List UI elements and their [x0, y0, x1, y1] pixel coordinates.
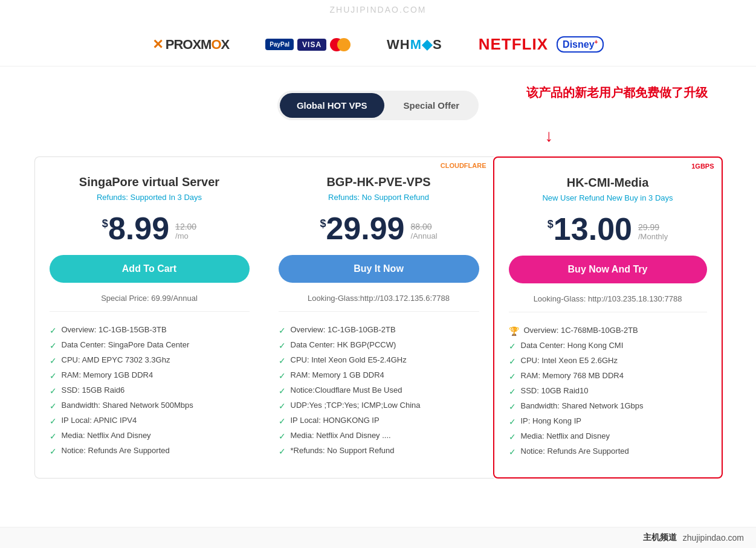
- check-icon: ✓: [279, 431, 286, 441]
- footer-logo: 主机频道: [643, 532, 677, 543]
- list-item: ✓IP Local: APNIC IPV4: [50, 413, 250, 428]
- card1-amount: 8.99: [108, 213, 169, 244]
- card3-dollar: $: [548, 218, 554, 231]
- list-item: ✓Data Center: HK BGP(PCCW): [279, 338, 479, 353]
- check-icon: ✓: [50, 341, 57, 350]
- card1-old-price: 12.00: [175, 222, 196, 231]
- card2-features: ✓Overview: 1C-1GB-10GB-2TB ✓Data Center:…: [279, 323, 479, 459]
- list-item: ✓RAM: Memory 1 GB DDR4: [279, 368, 479, 383]
- card3-features: 🏆Overview: 1C-768MB-10GB-2TB ✓Data Cente…: [509, 323, 707, 459]
- list-item: ✓Data Center: Hong Kong CMI: [509, 338, 707, 353]
- list-item: ✓*Refunds: No Support Refund: [279, 443, 479, 459]
- card2-cta[interactable]: Buy It Now: [279, 255, 479, 283]
- check-icon: ✓: [509, 417, 516, 427]
- list-item: ✓SSD: 10GB Raid10: [509, 384, 707, 399]
- card2-badge: CLOUDFLARE: [441, 162, 486, 169]
- card3-badge: 1GBPS: [691, 163, 714, 170]
- mastercard-logo: [330, 38, 351, 51]
- check-icon: ✓: [279, 356, 286, 366]
- list-item: ✓Data Center: SingaPore Data Center: [50, 338, 250, 353]
- card2-old-price: 88.00: [411, 222, 438, 231]
- card3-price: $ 13.00 29.99 /Monthly: [509, 213, 707, 245]
- card3-title: HK-CMI-Media: [509, 176, 707, 190]
- list-item: ✓CPU: AMD EPYC 7302 3.3Ghz: [50, 353, 250, 368]
- card3-amount: 13.00: [554, 213, 632, 245]
- card3-period: /Monthly: [638, 232, 668, 241]
- list-item: ✓Bandwidth: Shared Network 500Mbps: [50, 398, 250, 413]
- check-icon: ✓: [509, 402, 516, 411]
- check-icon: ✓: [279, 326, 286, 335]
- check-icon: ✓: [279, 446, 286, 456]
- payment-logos: PayPal VISA: [265, 38, 351, 51]
- check-icon: ✓: [279, 341, 286, 350]
- check-icon: ✓: [50, 401, 57, 411]
- check-icon: ✓: [50, 431, 57, 441]
- check-icon: ✓: [509, 447, 516, 457]
- tab-special-offer[interactable]: Special Offer: [387, 93, 477, 118]
- check-icon: ✓: [509, 387, 516, 396]
- card2-period: /Annual: [411, 231, 438, 240]
- list-item: ✓IP Local: HONGKONG IP: [279, 413, 479, 428]
- card2-special-note: Looking-Glass:http://103.172.135.6:7788: [279, 294, 479, 312]
- check-icon: ✓: [50, 386, 57, 396]
- check-icon: ✓: [509, 372, 516, 381]
- card1-features: ✓Overview: 1C-1GB-15GB-3TB ✓Data Center:…: [50, 323, 250, 459]
- card-hk-cmi: 1GBPS HK-CMI-Media New User Refund New B…: [493, 156, 723, 479]
- cards-container: SingaPore virtual Server Refunds: Suppor…: [16, 156, 741, 503]
- card1-cta[interactable]: Add To Cart: [50, 255, 250, 283]
- card2-subtitle: Refunds: No Support Refund: [279, 193, 479, 202]
- tab-group: Global HOT VPS Special Offer: [277, 91, 479, 120]
- page-top-watermark: ZHUJIPINDAO.COM: [0, 0, 756, 17]
- card-singapore: SingaPore virtual Server Refunds: Suppor…: [34, 156, 264, 479]
- list-item: ✓UDP:Yes ;TCP:Yes; ICMP;Low China: [279, 398, 479, 413]
- disney-logo: Disney+: [557, 36, 604, 53]
- card2-title: BGP-HK-PVE-VPS: [279, 175, 479, 189]
- check-icon: ✓: [279, 401, 286, 411]
- list-item: ✓Notice:Cloudflare Must Be Used: [279, 383, 479, 398]
- list-item: ✓Media: Netflix and Disney: [509, 429, 707, 444]
- card3-old-price: 29.99: [638, 222, 668, 232]
- whmcs-logo: WHM◆S: [387, 37, 442, 53]
- card1-period: /mo: [175, 231, 196, 240]
- list-item: ✓CPU: Intel Xeon Gold E5-2.4GHz: [279, 353, 479, 368]
- check-icon: ✓: [50, 356, 57, 366]
- check-icon: ✓: [50, 446, 57, 456]
- footer: 主机频道 zhujipindao.com: [0, 527, 756, 548]
- list-item: ✓Media: Netflix And Disney ....: [279, 428, 479, 443]
- check-icon: ✓: [279, 371, 286, 381]
- footer-url: zhujipindao.com: [683, 533, 744, 543]
- list-item: 🏆Overview: 1C-768MB-10GB-2TB: [509, 323, 707, 338]
- card1-subtitle: Refunds: Supported In 3 Days: [50, 193, 250, 202]
- trophy-icon: 🏆: [509, 326, 519, 336]
- card2-price: $ 29.99 88.00 /Annual: [279, 213, 479, 244]
- card1-dollar: $: [102, 218, 108, 230]
- tab-global-hot-vps[interactable]: Global HOT VPS: [280, 93, 384, 118]
- visa-logo: VISA: [297, 39, 326, 51]
- list-item: ✓Overview: 1C-1GB-15GB-3TB: [50, 323, 250, 338]
- card1-special-note: Special Price: 69.99/Annual: [50, 294, 250, 312]
- card3-special-note: Looking-Glass: http://103.235.18.130:778…: [509, 294, 707, 312]
- check-icon: ✓: [50, 371, 57, 381]
- check-icon: ✓: [50, 326, 57, 335]
- header: ✕ PROXMOX PayPal VISA WHM◆S NETFLIX Disn…: [0, 17, 756, 66]
- check-icon: ✓: [509, 341, 516, 351]
- card1-price: $ 8.99 12.00 /mo: [50, 213, 250, 244]
- list-item: ✓Notice: Refunds Are Supported: [50, 443, 250, 459]
- check-icon: ✓: [509, 356, 516, 366]
- check-icon: ✓: [50, 416, 57, 426]
- list-item: ✓CPU: Intel Xeon E5 2.6GHz: [509, 353, 707, 369]
- tabs-section: Global HOT VPS Special Offer 该产品的新老用户都免费…: [0, 91, 756, 120]
- check-icon: ✓: [279, 386, 286, 396]
- card1-title: SingaPore virtual Server: [50, 175, 250, 189]
- annotation: 该产品的新老用户都免费做了升级: [526, 85, 708, 101]
- list-item: ✓Notice: Refunds Are Supported: [509, 444, 707, 459]
- list-item: ✓RAM: Memory 768 MB DDR4: [509, 369, 707, 384]
- list-item: ✓Bandwidth: Shared Network 1Gbps: [509, 399, 707, 414]
- card2-dollar: $: [320, 218, 326, 230]
- list-item: ✓Media: Netflix And Disney: [50, 428, 250, 443]
- card3-cta[interactable]: Buy Now And Try: [509, 256, 707, 283]
- list-item: ✓IP: Hong Kong IP: [509, 414, 707, 429]
- card-bgp-hk: CLOUDFLARE BGP-HK-PVE-VPS Refunds: No Su…: [264, 156, 494, 479]
- annotation-arrow: ↓: [545, 126, 554, 146]
- list-item: ✓Overview: 1C-1GB-10GB-2TB: [279, 323, 479, 338]
